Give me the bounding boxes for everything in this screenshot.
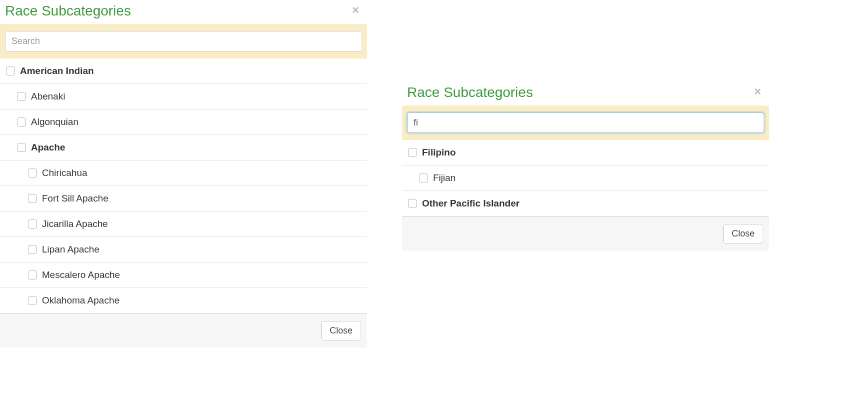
modal-title: Race Subcategories	[5, 3, 131, 19]
modal-header: Race Subcategories ×	[402, 82, 769, 106]
list-item-label: Algonquian	[31, 116, 78, 128]
list-item-label: Fort Sill Apache	[42, 193, 108, 204]
checkbox[interactable]	[419, 174, 428, 182]
list-item-label: Chiricahua	[42, 168, 87, 178]
list-item[interactable]: Lipan Apache	[0, 237, 367, 262]
category-list: American IndianAbenakiAlgonquianApacheCh…	[0, 58, 367, 314]
search-wrap	[402, 106, 769, 140]
checkbox[interactable]	[28, 220, 37, 228]
list-item[interactable]: Other Pacific Islander	[402, 191, 769, 216]
list-item-label: Jicarilla Apache	[42, 218, 108, 230]
checkbox[interactable]	[28, 194, 37, 203]
race-subcategories-modal-default: Race Subcategories × American IndianAben…	[0, 0, 367, 348]
list-item[interactable]: Chiricahua	[0, 160, 367, 186]
list-item-label: Fijian	[433, 172, 455, 184]
list-item[interactable]: Apache	[0, 135, 367, 160]
checkbox[interactable]	[408, 199, 417, 208]
list-item-label: Oklahoma Apache	[42, 295, 119, 306]
modal-title: Race Subcategories	[407, 84, 533, 100]
category-list: FilipinoFijianOther Pacific Islander	[402, 140, 769, 216]
checkbox[interactable]	[408, 148, 417, 157]
checkbox[interactable]	[28, 245, 37, 254]
modal-footer: Close	[402, 216, 769, 250]
close-icon[interactable]: ×	[751, 84, 764, 98]
list-item[interactable]: Filipino	[402, 140, 769, 166]
search-input[interactable]	[5, 31, 362, 52]
list-item-label: Apache	[31, 142, 65, 153]
modal-footer: Close	[0, 314, 367, 348]
checkbox[interactable]	[17, 143, 26, 152]
list-item[interactable]: Oklahoma Apache	[0, 288, 367, 314]
close-button[interactable]: Close	[723, 224, 763, 244]
list-item-label: Mescalero Apache	[42, 270, 120, 280]
close-button[interactable]: Close	[321, 321, 361, 340]
search-input[interactable]	[407, 112, 764, 133]
list-item[interactable]: Algonquian	[0, 110, 367, 135]
list-item[interactable]: Mescalero Apache	[0, 262, 367, 288]
list-item-label: Filipino	[422, 147, 456, 158]
list-item-label: Abenaki	[31, 91, 65, 102]
list-item[interactable]: Fijian	[402, 166, 769, 191]
race-subcategories-modal-filtered: Race Subcategories × FilipinoFijianOther…	[402, 82, 769, 250]
list-item[interactable]: Jicarilla Apache	[0, 212, 367, 237]
list-item[interactable]: American Indian	[0, 58, 367, 84]
search-wrap	[0, 24, 367, 58]
list-item[interactable]: Fort Sill Apache	[0, 186, 367, 212]
close-icon[interactable]: ×	[349, 3, 362, 17]
list-item-label: Lipan Apache	[42, 244, 99, 255]
checkbox[interactable]	[28, 168, 37, 178]
checkbox[interactable]	[17, 92, 26, 101]
checkbox[interactable]	[28, 270, 37, 280]
list-item-label: American Indian	[20, 66, 94, 76]
list-item-label: Other Pacific Islander	[422, 198, 519, 209]
list-item[interactable]: Abenaki	[0, 84, 367, 110]
checkbox[interactable]	[6, 66, 15, 76]
modal-header: Race Subcategories ×	[0, 0, 367, 24]
checkbox[interactable]	[28, 296, 37, 305]
checkbox[interactable]	[17, 118, 26, 126]
